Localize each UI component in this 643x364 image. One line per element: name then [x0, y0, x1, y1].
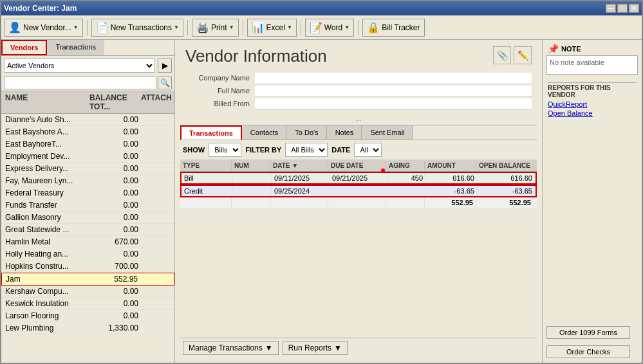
- word-icon: 📝: [310, 21, 322, 33]
- vendor-info-title: Vendor Information: [185, 46, 488, 66]
- vendor-filter-select[interactable]: Active Vendors: [4, 59, 155, 73]
- vendor-balance: 670.00: [88, 237, 140, 247]
- trans-amount: 616.60: [426, 173, 478, 183]
- vendor-balance: 552.95: [88, 274, 139, 284]
- vendor-row[interactable]: Express Delivery... 0.00: [1, 163, 174, 175]
- vendor-row[interactable]: Hamlin Metal 670.00: [1, 236, 174, 248]
- main-content: Vendors Transactions Active Vendors ▶ 🔍 …: [1, 40, 642, 363]
- run-reports-button[interactable]: Run Reports ▼: [283, 341, 348, 355]
- nav-next-arrow[interactable]: ▶: [158, 59, 172, 73]
- left-panel: Vendors Transactions Active Vendors ▶ 🔍 …: [1, 40, 175, 363]
- vendor-balance: 0.00: [88, 200, 140, 210]
- vendor-balance: 1,330.00: [88, 323, 140, 333]
- quick-report-link[interactable]: QuickReport: [548, 100, 637, 109]
- close-button[interactable]: ✕: [629, 4, 639, 13]
- maximize-button[interactable]: □: [617, 4, 628, 13]
- vendor-attach: [140, 212, 172, 223]
- trans-filter-row: SHOW Bills FILTER BY All Bills DATE All: [180, 140, 537, 160]
- order-buttons: Order 1099 Forms Order Checks: [546, 324, 638, 360]
- search-button[interactable]: 🔍: [158, 77, 172, 89]
- vendor-attach: [140, 237, 172, 247]
- red-indicator: [381, 168, 385, 172]
- trans-num: [233, 186, 272, 196]
- trans-tab-contacts[interactable]: Contacts: [242, 125, 286, 140]
- vendor-balance: 0.00: [88, 311, 140, 321]
- vendor-attach: [140, 114, 172, 125]
- open-balance-link[interactable]: Open Balance: [548, 109, 637, 118]
- transaction-row[interactable]: 552.95 552.95: [180, 197, 537, 208]
- print-button[interactable]: 🖨️ Print ▼: [192, 19, 239, 37]
- vendor-row[interactable]: Keswick Insulation 0.00: [1, 298, 174, 310]
- vendor-attach: [140, 224, 172, 235]
- vendor-row[interactable]: Hopkins Constru... 700.00: [1, 260, 174, 273]
- new-vendor-button[interactable]: 👤 New Vendor... ▼: [4, 19, 83, 37]
- vendor-row[interactable]: Fay, Maureen Lyn... 0.00: [1, 175, 174, 187]
- new-transactions-label: New Transactions: [111, 23, 172, 32]
- vendors-tab[interactable]: Vendors: [1, 40, 47, 55]
- transaction-row[interactable]: Credit 09/25/2024 -63.65 -63.65: [180, 185, 537, 197]
- trans-tab-transactions[interactable]: Transactions: [180, 125, 242, 140]
- word-button[interactable]: 📝 Word ▼: [305, 19, 354, 37]
- vendor-row[interactable]: Holly Heating an... 0.00: [1, 248, 174, 260]
- attach-button[interactable]: 📎: [493, 46, 511, 64]
- manage-transactions-button[interactable]: Manage Transactions ▼: [183, 341, 279, 355]
- vendor-balance: 0.00: [88, 298, 140, 309]
- minimize-button[interactable]: —: [606, 4, 616, 13]
- vendor-balance: 0.00: [88, 286, 140, 296]
- date-select[interactable]: All: [354, 143, 382, 157]
- vendor-attach: [140, 323, 172, 333]
- excel-icon: 📊: [252, 21, 265, 33]
- show-label: SHOW: [183, 146, 205, 154]
- trans-tab-sent-email[interactable]: Sent Email: [362, 125, 413, 140]
- trans-rows-container: Bill 09/11/2025 09/21/2025 450 616.60 61…: [180, 172, 537, 208]
- vendor-row[interactable]: East BayhoreT... 0.00: [1, 138, 174, 150]
- transactions-tab[interactable]: Transactions: [47, 40, 104, 55]
- vendor-balance: 0.00: [88, 212, 140, 223]
- trans-tab-notes[interactable]: Notes: [327, 125, 362, 140]
- excel-button[interactable]: 📊 Excel ▼: [247, 19, 297, 37]
- vendor-row[interactable]: East Bayshore A... 0.00: [1, 126, 174, 138]
- vendor-row[interactable]: Larson Flooring 0.00: [1, 310, 174, 322]
- vendor-row[interactable]: Gallion Masonry 0.00: [1, 212, 174, 224]
- transaction-row[interactable]: Bill 09/11/2025 09/21/2025 450 616.60 61…: [180, 172, 537, 185]
- vendor-row[interactable]: Lew Plumbing 1,330.00: [1, 322, 174, 334]
- new-transactions-icon: 📄: [96, 21, 109, 33]
- vendor-balance: 0.00: [88, 188, 140, 198]
- print-icon: 🖨️: [196, 21, 209, 33]
- vendor-row[interactable]: Funds Transfer 0.00: [1, 199, 174, 212]
- vendor-row[interactable]: Federal Treasury 0.00: [1, 187, 174, 199]
- vendor-balance: 0.00: [88, 151, 140, 161]
- trans-open-balance: 552.95: [476, 197, 534, 208]
- vendor-name: Kershaw Compu...: [4, 286, 88, 296]
- trans-aging: 450: [387, 173, 426, 183]
- trans-amount: 552.95: [425, 197, 476, 208]
- vendor-row[interactable]: Kershaw Compu... 0.00: [1, 286, 174, 298]
- vendor-name: East Bayshore A...: [4, 127, 88, 137]
- trans-tabs: Transactions Contacts To Do's Notes Sent…: [180, 125, 537, 140]
- trans-tab-todos[interactable]: To Do's: [286, 125, 326, 140]
- vendor-name: Great Statewide ...: [4, 224, 88, 235]
- vendor-row[interactable]: Great Statewide ... 0.00: [1, 224, 174, 236]
- trans-type: Credit: [182, 186, 233, 196]
- filter-by-select[interactable]: All Bills: [285, 143, 328, 157]
- order-1099-button[interactable]: Order 1099 Forms: [546, 326, 630, 339]
- trans-table-header: TYPE NUM DATE ▼ DUE DATE AGING AMOUNT OP…: [180, 160, 537, 172]
- vendor-row[interactable]: Jam 552.95: [1, 273, 174, 286]
- th-amount: AMOUNT: [425, 161, 476, 170]
- vendor-name: Larson Flooring: [4, 311, 88, 321]
- vendor-row[interactable]: Dianne's Auto Sh... 0.00: [1, 114, 174, 126]
- separator-3: [243, 20, 243, 35]
- vendor-balance: 0.00: [88, 127, 140, 137]
- show-select[interactable]: Bills: [209, 143, 241, 157]
- bill-tracker-button[interactable]: 🔒 Bill Tracker: [362, 19, 424, 37]
- more-indicator: ...: [175, 113, 542, 125]
- vendor-row[interactable]: Employment Dev... 0.00: [1, 150, 174, 163]
- separator-4: [301, 20, 301, 35]
- trans-num: [233, 173, 272, 183]
- vendor-name: Lew Plumbing: [4, 323, 88, 333]
- vendor-name: Employment Dev...: [4, 151, 88, 161]
- vendor-search-input[interactable]: [4, 77, 156, 89]
- new-transactions-button[interactable]: 📄 New Transactions ▼: [91, 19, 183, 37]
- order-checks-button[interactable]: Order Checks: [546, 345, 630, 358]
- edit-button[interactable]: ✏️: [514, 46, 532, 64]
